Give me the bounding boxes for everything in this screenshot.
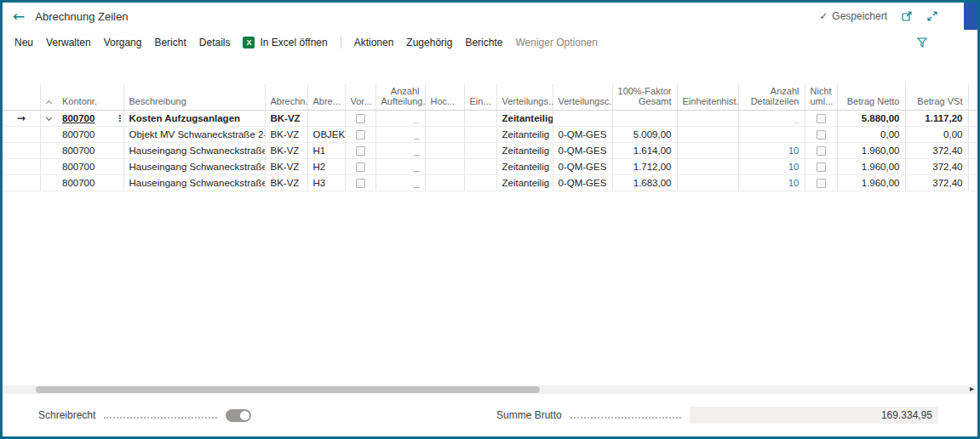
row-context-menu-icon[interactable]: ⋮ — [115, 113, 123, 124]
cell-betrag_netto[interactable]: 0,00 — [837, 127, 905, 143]
schreibrecht-toggle[interactable] — [226, 409, 251, 422]
cell-nicht[interactable] — [805, 143, 837, 159]
cell-anz_auft[interactable]: _ — [375, 111, 425, 127]
cell-abre[interactable]: OBJEKT — [307, 127, 345, 143]
table-row[interactable]: 800700Hauseingang Schwaneckstraße 2aBK-V… — [3, 143, 977, 159]
cell-verteilungsc[interactable]: 0-QM-GES — [553, 127, 612, 143]
cell-beschreibung[interactable]: Kosten Aufzugsanlagen — [123, 111, 265, 127]
cell-hoc[interactable] — [425, 159, 464, 175]
menu-item-aktionen[interactable]: Aktionen — [354, 37, 394, 48]
collapse-window-icon[interactable] — [926, 10, 938, 22]
table-row[interactable]: 800700Objekt MV Schwaneckstraße 2-4BK-VZ… — [3, 127, 977, 143]
cell-ein[interactable] — [464, 127, 496, 143]
cell-abre[interactable]: H2 — [307, 159, 345, 175]
cell-beschreibung[interactable]: Hauseingang Schwaneckstraße 2b — [123, 159, 265, 175]
detail-lines-link[interactable]: 10 — [788, 178, 799, 188]
vor-checkbox[interactable] — [356, 162, 365, 172]
cell-anz_detail[interactable]: 10 — [738, 143, 805, 159]
menu-item-vorgang[interactable]: Vorgang — [104, 37, 142, 48]
filter-icon[interactable] — [916, 37, 928, 48]
open-in-new-window-icon[interactable] — [901, 10, 913, 22]
cell-einheitenhist[interactable] — [677, 159, 738, 175]
cell-hoc[interactable] — [425, 127, 464, 143]
column-header-kontonr[interactable]: Kontonr. — [57, 84, 110, 111]
cell-kontonr[interactable]: 800700 — [57, 175, 110, 191]
vor-checkbox[interactable] — [356, 146, 365, 156]
cell-kontonr[interactable]: 800700 — [57, 143, 110, 159]
scrollbar-thumb[interactable] — [36, 386, 540, 393]
column-header-abrechn[interactable]: Abrechn... — [265, 84, 307, 111]
cell-abre[interactable] — [307, 111, 345, 127]
vor-checkbox[interactable] — [356, 114, 365, 123]
column-header-betrag_vst[interactable]: Betrag VSt — [905, 84, 968, 111]
cell-einheitenhist[interactable] — [677, 143, 738, 159]
cell-verteilungs[interactable]: Zeitanteilig — [496, 159, 553, 175]
cell-betrag_vst[interactable]: 372,40 — [905, 175, 968, 191]
nicht-checkbox[interactable] — [817, 130, 826, 140]
cell-verteilungs[interactable]: Zeitanteilig — [496, 111, 553, 127]
collapse-row-chevron-icon[interactable] — [46, 115, 52, 121]
detail-lines-link[interactable]: 10 — [788, 145, 799, 156]
cell-anz_detail[interactable]: _ — [738, 111, 805, 127]
cell-vor[interactable] — [345, 111, 375, 127]
cell-abrechn[interactable]: BK-VZ — [265, 127, 307, 143]
column-header-verteilungsc[interactable]: Verteilungsc... — [553, 84, 612, 111]
cell-faktor[interactable]: 1.614,00 — [612, 143, 677, 159]
row-expand[interactable] — [40, 111, 57, 127]
menu-item-berichte[interactable]: Berichte — [465, 37, 502, 48]
cell-verteilungsc[interactable] — [553, 111, 612, 127]
cell-hoc[interactable] — [425, 111, 464, 127]
column-header-hoc[interactable]: Hoc... — [425, 84, 464, 111]
cell-nicht[interactable] — [805, 111, 837, 127]
cell-betrag_vst[interactable]: 372,40 — [905, 143, 968, 159]
cell-faktor[interactable]: 1.712,00 — [612, 159, 677, 175]
kontonr-link[interactable]: 800700 — [62, 113, 95, 123]
cell-faktor[interactable]: 5.009,00 — [612, 127, 677, 143]
cell-anz_auft[interactable]: _ — [375, 143, 425, 159]
cell-beschreibung[interactable]: Objekt MV Schwaneckstraße 2-4 — [123, 127, 265, 143]
cell-abrechn[interactable]: BK-VZ — [265, 159, 307, 175]
detail-lines-link[interactable]: 10 — [788, 162, 799, 172]
menu-item-verwalten[interactable]: Verwalten — [46, 37, 91, 48]
cell-einheitenhist[interactable] — [677, 127, 738, 143]
cell-verteilungs[interactable]: Zeitanteilig — [496, 143, 553, 159]
column-header-nicht[interactable]: Nichtuml... — [805, 84, 837, 111]
menu-item-neu[interactable]: Neu — [14, 37, 33, 48]
cell-beschreibung[interactable]: Hauseingang Schwaneckstraße 2a — [123, 143, 265, 159]
nicht-checkbox[interactable] — [817, 146, 826, 156]
cell-beschreibung[interactable]: Hauseingang Schwaneckstraße 4 — [123, 175, 265, 191]
cell-betrag_vst[interactable]: 0,00 — [905, 127, 968, 143]
cell-verteilungs[interactable]: Zeitanteilig — [496, 175, 553, 191]
nicht-checkbox[interactable] — [817, 162, 826, 172]
cell-faktor[interactable]: 1.683,00 — [612, 175, 677, 191]
cell-kontonr[interactable]: 800700 — [57, 127, 110, 143]
cell-betrag_vst[interactable]: 1.117,20 — [905, 111, 968, 127]
horizontal-scrollbar[interactable]: ▸ — [3, 385, 977, 394]
nicht-checkbox[interactable] — [817, 179, 826, 188]
column-header-anz_detail[interactable]: AnzahlDetailzeilen — [738, 84, 805, 111]
column-header-verteilungs[interactable]: Verteilungs... — [496, 84, 553, 111]
kontonr-link[interactable]: 800700 — [62, 129, 95, 140]
cell-hoc[interactable] — [425, 143, 464, 159]
cell-abrechn[interactable]: BK-VZ — [265, 175, 307, 191]
cell-ein[interactable] — [464, 159, 496, 175]
cell-betrag_netto[interactable]: 1.960,00 — [837, 143, 905, 159]
cell-betrag_vst[interactable]: 372,40 — [905, 159, 968, 175]
cell-hoc[interactable] — [425, 175, 464, 191]
cell-verteilungsc[interactable]: 0-QM-GES — [553, 159, 612, 175]
column-header-abre[interactable]: Abre... — [307, 84, 345, 111]
cell-ein[interactable] — [464, 143, 496, 159]
cell-vor[interactable] — [345, 143, 375, 159]
cell-ein[interactable] — [464, 111, 496, 127]
cell-betrag_netto[interactable]: 5.880,00 — [837, 111, 905, 127]
menu-item-zugehoerig[interactable]: Zugehörig — [406, 37, 452, 48]
kontonr-link[interactable]: 800700 — [62, 178, 95, 188]
cell-nicht[interactable] — [805, 159, 837, 175]
scrollbar-right-arrow-icon[interactable]: ▸ — [970, 384, 974, 393]
cell-verteilungsc[interactable]: 0-QM-GES — [553, 143, 612, 159]
cell-abre[interactable]: H3 — [307, 175, 345, 191]
column-header-betrag_netto[interactable]: Betrag Netto — [837, 84, 905, 111]
cell-anz_detail[interactable] — [738, 127, 805, 143]
menu-item-weniger-optionen[interactable]: Weniger Optionen — [515, 37, 598, 48]
menu-item-bericht[interactable]: Bericht — [154, 37, 186, 48]
